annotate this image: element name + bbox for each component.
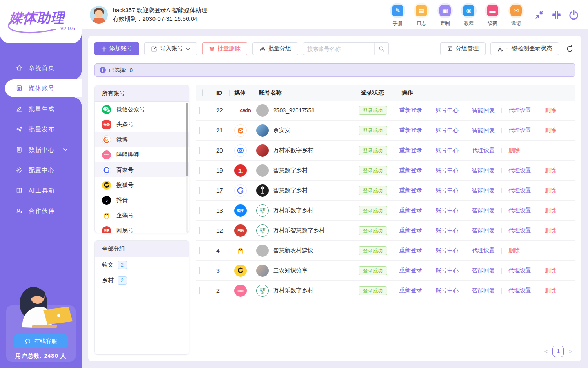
relogin-link[interactable]: 重新登录 [399, 267, 422, 274]
header-feature-续费[interactable]: ▬续费 [483, 3, 501, 27]
relogin-link[interactable]: 重新登录 [399, 287, 422, 294]
row-checkbox[interactable] [199, 227, 200, 234]
row-checkbox[interactable] [199, 107, 200, 114]
account-type-企鹅号[interactable]: 企鹅号 [95, 208, 189, 223]
account-type-微信公众号[interactable]: 微信公众号 [95, 102, 189, 117]
relogin-link[interactable]: 重新登录 [399, 207, 422, 214]
header-feature-定制[interactable]: ▣定制 [436, 3, 454, 27]
delete-link[interactable]: 删除 [545, 287, 556, 294]
row-checkbox[interactable] [199, 207, 200, 214]
row-checkbox[interactable] [199, 267, 200, 274]
delete-link[interactable]: 删除 [545, 127, 556, 134]
sidebar-item-媒体账号[interactable]: 媒体账号 [5, 79, 82, 97]
smart-reply-link[interactable]: 智能回复 [472, 127, 495, 134]
smart-reply-link[interactable]: 智能回复 [472, 207, 495, 214]
sidebar-item-系统首页[interactable]: 系统首页 [0, 58, 82, 78]
account-type-哔哩哔哩[interactable]: bilibili哔哩哔哩 [95, 147, 189, 162]
user-avatar[interactable] [90, 6, 108, 24]
account-center-link[interactable]: 账号中心 [436, 287, 459, 294]
next-page-arrow[interactable]: > [569, 348, 572, 355]
header-feature-手册[interactable]: ✎手册 [389, 3, 407, 27]
check-login-button[interactable]: 一键检测登录状态 [490, 42, 559, 55]
row-checkbox[interactable] [199, 187, 200, 194]
batch-delete-button[interactable]: 批量删除 [202, 42, 247, 55]
account-type-抖音[interactable]: ♪抖音 [95, 193, 189, 208]
proxy-settings-link[interactable]: 代理设置 [472, 247, 495, 254]
group-manage-button[interactable]: 分组管理 [440, 42, 486, 55]
current-page[interactable]: 1 [552, 346, 564, 357]
relogin-link[interactable]: 重新登录 [399, 147, 422, 154]
sidebar-item-数据中心[interactable]: 数据中心 [0, 139, 82, 160]
search-input[interactable] [303, 46, 374, 52]
delete-link[interactable]: 删除 [545, 227, 556, 234]
list-scrollbar-thumb[interactable] [186, 103, 188, 176]
proxy-settings-link[interactable]: 代理设置 [508, 267, 531, 274]
proxy-settings-link[interactable]: 代理设置 [508, 167, 531, 174]
header-feature-日志[interactable]: ▤日志 [412, 3, 430, 27]
account-center-link[interactable]: 账号中心 [436, 107, 459, 114]
sidebar-item-批量发布[interactable]: 批量发布 [0, 119, 82, 139]
delete-link[interactable]: 删除 [545, 107, 556, 114]
account-type-头条号[interactable]: 头条头条号 [95, 117, 189, 132]
account-type-搜狐号[interactable]: 搜狐号 [95, 177, 189, 193]
account-type-网易号[interactable]: 网易网易号 [95, 223, 189, 233]
account-center-link[interactable]: 账号中心 [436, 147, 459, 154]
relogin-link[interactable]: 重新登录 [399, 107, 422, 114]
refresh-button[interactable] [564, 43, 575, 54]
row-checkbox[interactable] [199, 247, 200, 254]
prev-page-arrow[interactable]: < [544, 348, 548, 355]
proxy-settings-link[interactable]: 代理设置 [508, 127, 531, 134]
power-icon[interactable] [568, 9, 579, 20]
account-center-link[interactable]: 账号中心 [436, 167, 459, 174]
proxy-settings-link[interactable]: 代理设置 [508, 287, 531, 294]
delete-link[interactable]: 删除 [508, 247, 520, 254]
relogin-link[interactable]: 重新登录 [399, 127, 422, 134]
account-type-微博[interactable]: 微博 [95, 132, 189, 147]
online-support-button[interactable]: 在线客服 [14, 334, 68, 348]
smart-reply-link[interactable]: 智能回复 [472, 287, 495, 294]
row-checkbox[interactable] [199, 147, 200, 154]
batch-group-button[interactable]: 批量分组 [252, 42, 298, 55]
import-account-button[interactable]: 导入账号 [144, 42, 197, 55]
sidebar-item-合作伙伴[interactable]: 合作伙伴 [0, 201, 82, 221]
smart-reply-link[interactable]: 智能回复 [472, 187, 495, 194]
sidebar-item-AI工具箱[interactable]: AI工具箱 [0, 180, 82, 201]
relogin-link[interactable]: 重新登录 [399, 247, 422, 254]
sidebar-item-配置中心[interactable]: 配置中心 [0, 160, 82, 180]
smart-reply-link[interactable]: 智能回复 [472, 227, 495, 234]
delete-link[interactable]: 删除 [545, 167, 556, 174]
header-feature-邀请[interactable]: ✉邀请 [507, 3, 525, 27]
relogin-link[interactable]: 重新登录 [399, 187, 422, 194]
account-center-link[interactable]: 账号中心 [436, 127, 459, 134]
account-center-link[interactable]: 账号中心 [436, 187, 459, 194]
row-checkbox[interactable] [199, 167, 200, 174]
smart-reply-link[interactable]: 智能回复 [472, 267, 495, 274]
shrink-window-icon[interactable] [534, 9, 545, 20]
delete-link[interactable]: 删除 [545, 207, 556, 214]
account-center-link[interactable]: 账号中心 [436, 227, 459, 234]
proxy-settings-link[interactable]: 代理设置 [508, 107, 531, 114]
search-button[interactable] [374, 43, 388, 55]
list-scrollbar-track[interactable] [186, 103, 188, 232]
delete-link[interactable]: 删除 [508, 147, 520, 154]
account-type-百家号[interactable]: 百家号 [95, 162, 189, 177]
add-account-button[interactable]: 添加账号 [94, 42, 139, 55]
group-item-软文[interactable]: 软文2 [95, 257, 189, 273]
relogin-link[interactable]: 重新登录 [399, 167, 422, 174]
proxy-settings-link[interactable]: 代理设置 [472, 147, 495, 154]
group-item-乡村[interactable]: 乡村2 [95, 273, 189, 288]
smart-reply-link[interactable]: 智能回复 [472, 107, 495, 114]
account-center-link[interactable]: 账号中心 [436, 267, 459, 274]
delete-link[interactable]: 删除 [545, 187, 556, 194]
proxy-settings-link[interactable]: 代理设置 [508, 187, 531, 194]
select-all-checkbox[interactable] [202, 89, 203, 96]
row-checkbox[interactable] [199, 287, 200, 294]
smart-reply-link[interactable]: 智能回复 [472, 167, 495, 174]
account-center-link[interactable]: 账号中心 [436, 247, 459, 254]
proxy-settings-link[interactable]: 代理设置 [508, 207, 531, 214]
account-center-link[interactable]: 账号中心 [436, 207, 459, 214]
header-feature-教程[interactable]: ◉教程 [460, 3, 478, 27]
collapse-panels-icon[interactable] [551, 9, 562, 20]
row-checkbox[interactable] [199, 127, 200, 134]
sidebar-item-批量生成[interactable]: 批量生成 [0, 99, 82, 119]
